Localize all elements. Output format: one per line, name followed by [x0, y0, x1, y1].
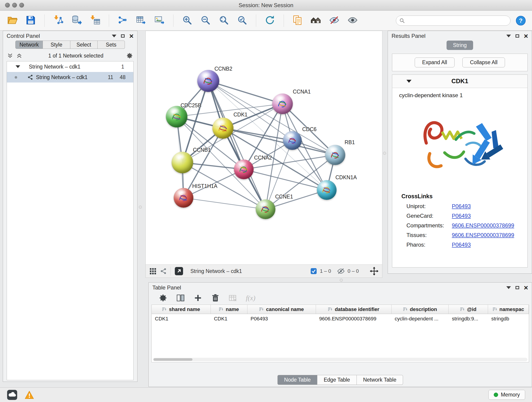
export-image-button[interactable] — [153, 14, 166, 27]
add-column-icon[interactable] — [194, 294, 202, 302]
show-all-button[interactable] — [346, 14, 359, 27]
delete-column-icon[interactable] — [211, 294, 220, 302]
window-close-button[interactable] — [5, 3, 10, 7]
tab-edge-table[interactable]: Edge Table — [317, 375, 357, 385]
tab-select[interactable]: Select — [70, 41, 98, 49]
tab-style[interactable]: Style — [43, 41, 70, 49]
table-row[interactable]: CDK1CDK1P064939606.ENSP00000378699cyclin… — [152, 314, 529, 323]
tab-network-table[interactable]: Network Table — [357, 375, 403, 385]
toolbar-separator — [109, 14, 109, 27]
network-node-CCNA1[interactable] — [272, 94, 293, 114]
crosslink-value[interactable]: P06493 — [452, 203, 471, 210]
network-row[interactable]: String Network – cdk1 11 48 — [7, 72, 133, 83]
panel-collapse-icon[interactable] — [112, 35, 116, 37]
table-settings-gear-icon[interactable] — [159, 294, 167, 302]
birdseye-view-icon[interactable] — [160, 268, 167, 274]
gene-header[interactable]: CDK1 — [392, 75, 527, 88]
table-float-icon[interactable] — [515, 286, 519, 289]
main-toolbar: ? — [0, 11, 532, 31]
tab-sets[interactable]: Sets — [98, 41, 125, 49]
import-network-database-button[interactable] — [70, 14, 83, 27]
copy-document-button[interactable] — [291, 14, 304, 27]
column-header-namespac[interactable]: namespac — [488, 305, 529, 314]
search-input[interactable] — [407, 18, 507, 24]
crosslink-value[interactable]: P06493 — [452, 213, 471, 219]
hide-selected-button[interactable] — [328, 14, 341, 27]
table-collapse-icon[interactable] — [506, 286, 511, 289]
zoom-in-button[interactable] — [181, 14, 194, 27]
results-float-icon[interactable] — [515, 34, 519, 38]
column-header--id[interactable]: @id — [449, 305, 488, 314]
panel-close-icon[interactable]: × — [129, 34, 133, 38]
network-canvas[interactable]: CCNB2CCNA1CDC25BCDK1CDC6RB1CCNB1CCNA2CDK… — [146, 31, 382, 264]
tree-expand-icon[interactable] — [16, 65, 20, 68]
search-box[interactable] — [396, 16, 510, 26]
selected-indicator-icon[interactable] — [310, 268, 317, 274]
scrollbar-thumb[interactable] — [153, 358, 192, 361]
refresh-layout-button[interactable] — [264, 14, 276, 27]
collapse-all-button[interactable]: Collapse All — [462, 57, 505, 67]
collapse-all-icon[interactable] — [7, 53, 13, 59]
network-node-CDC6[interactable] — [283, 131, 302, 150]
gene-collapse-icon[interactable] — [406, 80, 412, 83]
export-table-icon — [136, 15, 146, 26]
network-collection-row[interactable]: String Network – cdk1 1 — [7, 61, 133, 72]
hidden-indicator-icon[interactable] — [337, 267, 345, 275]
expand-all-button[interactable]: Expand All — [415, 57, 455, 67]
network-node-RB1[interactable] — [325, 145, 345, 165]
new-network-button[interactable] — [116, 14, 129, 27]
export-view-button[interactable] — [174, 267, 184, 276]
tab-network[interactable]: Network — [15, 41, 43, 49]
table-horizontal-scrollbar[interactable] — [153, 358, 527, 361]
column-header-database-identifier[interactable]: database identifier — [316, 305, 392, 314]
cloud-icon[interactable] — [7, 390, 17, 400]
network-node-CDKN1A[interactable] — [317, 180, 336, 200]
network-node-HIST1H1A[interactable] — [174, 188, 193, 208]
network-node-CCNE1[interactable] — [256, 199, 275, 219]
table-panel: Table Panel × f(x) shared namenamecanoni… — [148, 282, 532, 387]
column-header-description[interactable]: description — [392, 305, 449, 314]
panel-float-icon[interactable] — [121, 34, 125, 38]
memory-button[interactable]: Memory — [488, 390, 525, 400]
open-session-button[interactable] — [6, 14, 19, 27]
first-neighbors-button[interactable] — [310, 14, 322, 27]
zoom-out-button[interactable] — [199, 14, 212, 27]
results-close-icon[interactable]: × — [524, 34, 528, 38]
zoom-selected-button[interactable] — [236, 14, 249, 27]
splitter-handle[interactable] — [383, 152, 386, 155]
crosslink-value[interactable]: 9606.ENSP00000378699 — [452, 232, 514, 238]
network-node-CDK1[interactable] — [212, 118, 234, 139]
help-button[interactable]: ? — [515, 15, 526, 26]
import-table-button[interactable] — [89, 14, 101, 27]
crosslinks-list: Uniprot:P06493GeneCard:P06493Compartment… — [392, 201, 527, 249]
column-header-name[interactable]: name — [211, 305, 247, 314]
results-panel-header: Results Panel × — [388, 31, 532, 40]
tab-node-table[interactable]: Node Table — [278, 375, 317, 385]
column-header-canonical-name[interactable]: canonical name — [247, 305, 316, 314]
expand-all-icon[interactable] — [16, 53, 22, 59]
show-columns-icon[interactable] — [176, 294, 185, 302]
pan-mode-icon[interactable] — [370, 267, 379, 275]
crosslink-value[interactable]: 9606.ENSP00000378699 — [452, 222, 514, 229]
sort-column-icon — [219, 307, 223, 312]
network-node-CCNB2[interactable] — [197, 70, 219, 92]
splitter-handle[interactable] — [139, 206, 142, 209]
column-header-shared-name[interactable]: shared name — [152, 305, 211, 314]
window-zoom-button[interactable] — [19, 3, 24, 7]
results-collapse-icon[interactable] — [506, 35, 511, 37]
tab-string[interactable]: String — [447, 41, 473, 50]
crosslink-value[interactable]: P06493 — [452, 242, 471, 248]
network-node-CCNB1[interactable] — [172, 152, 193, 173]
export-table-button[interactable] — [135, 14, 147, 27]
save-session-button[interactable] — [24, 14, 37, 27]
zoom-fit-button[interactable] — [217, 14, 230, 27]
grid-view-icon[interactable] — [149, 268, 156, 274]
network-options-gear-icon[interactable] — [126, 52, 133, 59]
network-node-CDC25B[interactable] — [166, 106, 187, 128]
window-minimize-button[interactable] — [12, 3, 17, 7]
import-network-file-button[interactable] — [52, 14, 65, 27]
table-close-icon[interactable]: × — [524, 285, 528, 290]
splitter-handle[interactable] — [340, 279, 343, 282]
network-node-CCNA2[interactable] — [234, 160, 254, 179]
warning-icon[interactable] — [25, 390, 34, 400]
